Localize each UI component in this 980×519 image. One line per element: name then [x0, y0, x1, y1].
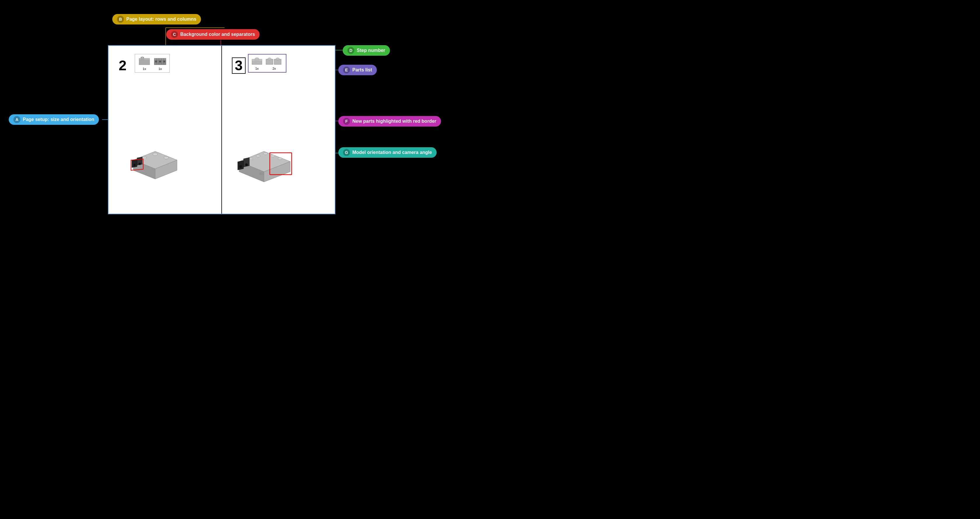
svg-point-33	[133, 164, 135, 166]
svg-point-28	[164, 156, 169, 159]
annotation-B-letter: B	[117, 16, 124, 23]
annotation-D-text: Step number	[357, 48, 385, 53]
annotation-A-badge: A Page setup: size and orientation	[9, 114, 99, 125]
svg-point-50	[278, 157, 282, 160]
step3-part2-qty: 2x	[272, 67, 276, 70]
technic-brick-icon	[154, 56, 167, 67]
svg-point-54	[239, 165, 242, 168]
annotation-D-letter: D	[347, 47, 355, 54]
annotation-B-badge: B Page layout: rows and columns	[112, 14, 201, 24]
annotation-B-text: Page layout: rows and columns	[126, 17, 196, 22]
step2-part1: 1x	[138, 56, 151, 71]
svg-point-42	[276, 58, 279, 60]
step3-part1-qty: 1x	[255, 67, 259, 70]
main-page: 2 1x	[108, 45, 336, 214]
svg-point-22	[163, 61, 165, 62]
svg-rect-15	[154, 58, 166, 60]
svg-point-27	[153, 153, 158, 156]
brick1x1-double-icon	[266, 56, 283, 66]
step3-number: 3	[232, 57, 246, 74]
annotation-A: A Page setup: size and orientation	[9, 114, 99, 125]
annotation-E-letter: E	[343, 67, 350, 73]
annotation-G-badge: G Model orientation and camera angle	[338, 147, 437, 158]
step3-parts-box: 1x 2x	[248, 54, 286, 73]
step2-model	[124, 137, 186, 187]
step3-model: 405	[235, 137, 299, 187]
step2-parts-row: 1x 1x	[138, 56, 167, 71]
step2-part1-qty: 1x	[143, 67, 146, 71]
annotation-F-badge: F New parts highlighted with red border	[338, 116, 441, 127]
annotation-C-letter: C	[171, 31, 178, 38]
annotation-F: F New parts highlighted with red border	[338, 116, 441, 127]
annotation-C-badge: C Background color and separators	[166, 29, 259, 40]
annotation-F-letter: F	[343, 118, 350, 125]
step3-parts-row: 1x 2x	[251, 56, 283, 70]
svg-point-21	[159, 61, 161, 62]
annotation-E-badge: E Parts list	[338, 65, 377, 75]
svg-rect-13	[139, 58, 150, 59]
svg-point-47	[256, 155, 260, 157]
annotation-C: C Background color and separators	[166, 29, 259, 40]
svg-point-49	[270, 155, 275, 157]
step3-area: 3 1x	[222, 46, 335, 214]
step3-part2: 2x	[266, 56, 283, 70]
annotation-C-text: Background color and separators	[180, 32, 255, 37]
step2-part2: 1x	[154, 56, 167, 71]
bracket-brick-icon	[138, 56, 151, 67]
step2-area: 2 1x	[108, 46, 222, 214]
step2-number: 2	[119, 57, 127, 73]
annotation-B: B Page layout: rows and columns	[112, 14, 201, 24]
svg-point-55	[245, 163, 248, 166]
annotation-A-text: Page setup: size and orientation	[23, 117, 94, 122]
annotation-E: E Parts list	[338, 65, 377, 75]
model3-svg: 405	[235, 137, 299, 186]
svg-point-40	[268, 58, 271, 60]
model2-svg	[124, 137, 186, 186]
svg-point-12	[142, 57, 143, 58]
svg-rect-30	[132, 159, 137, 167]
annotation-G: G Model orientation and camera angle	[338, 147, 437, 158]
annotation-G-text: Model orientation and camera angle	[352, 150, 432, 155]
annotation-A-letter: A	[13, 116, 21, 123]
annotation-D: D Step number	[343, 45, 390, 56]
step3-part1: 1x	[251, 56, 262, 70]
svg-point-48	[263, 152, 267, 155]
brick1x2-icon	[251, 56, 262, 66]
svg-point-34	[138, 163, 141, 165]
svg-point-20	[155, 61, 157, 62]
step2-part2-qty: 1x	[158, 67, 162, 71]
annotation-E-text: Parts list	[352, 67, 372, 73]
step2-parts-box: 1x 1x	[135, 54, 170, 73]
svg-point-38	[255, 59, 259, 61]
annotation-D-badge: D Step number	[343, 45, 390, 56]
annotation-G-letter: G	[343, 149, 350, 156]
annotation-F-text: New parts highlighted with red border	[352, 119, 436, 124]
